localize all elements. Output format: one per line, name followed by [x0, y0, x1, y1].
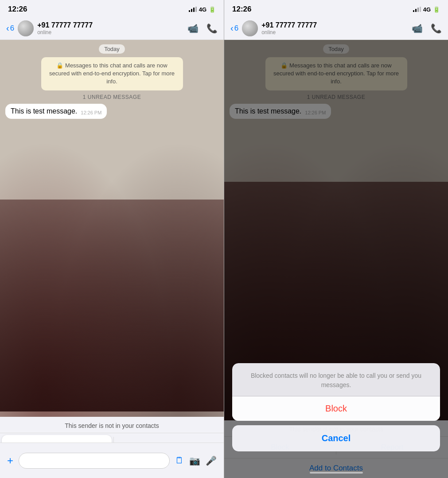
right-contact-avatar — [242, 20, 258, 36]
left-plus-icon[interactable]: + — [7, 454, 13, 467]
left-chat-area: Today 🔒 Messages to this chat and calls … — [0, 40, 224, 478]
left-camera-icon[interactable]: 📷 — [189, 455, 200, 466]
right-back-chevron-icon: ‹ — [230, 23, 234, 33]
left-sender-unknown-text: This sender is not in your contacts — [0, 417, 224, 433]
right-contact-info: +91 77777 77777 online — [261, 21, 408, 35]
left-voice-call-icon[interactable]: 📞 — [206, 23, 218, 34]
right-network-label: 4G — [423, 6, 431, 13]
left-status-bar: 12:26 4G 🔋 — [0, 0, 224, 17]
right-back-button[interactable]: ‹ 6 — [230, 23, 238, 33]
left-video-call-icon[interactable]: 📹 — [187, 23, 199, 34]
right-home-indicator — [310, 472, 363, 474]
left-date-badge: Today — [99, 44, 125, 54]
left-status-time: 12:26 — [8, 5, 27, 14]
right-back-count: 6 — [234, 24, 238, 33]
left-back-chevron-icon: ‹ — [6, 23, 9, 33]
left-contact-status: online — [37, 29, 184, 35]
left-back-count: 6 — [10, 24, 14, 33]
left-header-actions: 📹 📞 — [187, 23, 218, 34]
left-sticker-icon[interactable]: 🗒 — [175, 455, 184, 466]
right-action-sheet-cancel-button[interactable]: Cancel — [232, 425, 440, 451]
left-mic-icon[interactable]: 🎤 — [206, 455, 217, 466]
left-contact-number: +91 77777 77777 — [37, 21, 184, 29]
left-back-button[interactable]: ‹ 6 — [6, 23, 14, 33]
right-header-bar: ‹ 6 +91 77777 77777 online 📹 📞 — [224, 17, 448, 40]
left-contact-avatar — [18, 20, 34, 36]
left-phone-panel: 12:26 4G 🔋 ‹ 6 +91 77777 77777 online 📹 — [0, 0, 224, 478]
right-contact-number: +91 77777 77777 — [261, 21, 408, 29]
right-action-sheet-block-button[interactable]: Block — [232, 396, 440, 421]
right-status-time: 12:26 — [232, 5, 251, 14]
left-encryption-text: 🔒 Messages to this chat and calls are no… — [49, 62, 175, 85]
right-action-sheet-message: Blocked contacts will no longer be able … — [232, 363, 440, 396]
right-phone-panel: 12:26 4G 🔋 ‹ 6 +91 77777 77777 online 📹 — [224, 0, 448, 478]
right-video-call-icon[interactable]: 📹 — [412, 23, 423, 34]
left-status-icons: 4G 🔋 — [189, 6, 216, 13]
left-network-label: 4G — [199, 6, 206, 13]
right-battery-icon: 🔋 — [433, 6, 440, 13]
right-action-sheet-cancel-section: Cancel — [232, 425, 440, 451]
right-header-actions: 📹 📞 — [412, 23, 442, 34]
right-contact-status: online — [261, 29, 408, 35]
left-message-input[interactable] — [19, 453, 170, 469]
left-message-bubble: This is test message. 12:26 PM — [5, 104, 107, 119]
left-input-icons: 🗒 📷 🎤 — [175, 455, 217, 466]
left-bottom-bar: + 🗒 📷 🎤 — [0, 443, 224, 478]
right-action-sheet: Blocked contacts will no longer be able … — [232, 363, 440, 451]
left-encryption-notice[interactable]: 🔒 Messages to this chat and calls are no… — [41, 57, 183, 90]
right-voice-call-icon[interactable]: 📞 — [431, 23, 442, 34]
right-chat-area: Today 🔒 Messages to this chat and calls … — [224, 40, 448, 478]
right-action-sheet-main: Blocked contacts will no longer be able … — [232, 363, 440, 421]
left-message-time: 12:26 PM — [81, 110, 101, 115]
left-header-bar: ‹ 6 +91 77777 77777 online 📹 📞 — [0, 17, 224, 40]
right-status-icons: 4G 🔋 — [413, 6, 440, 13]
right-signal-icon — [413, 7, 421, 12]
left-battery-icon: 🔋 — [209, 6, 216, 13]
left-chat-content: Today 🔒 Messages to this chat and calls … — [0, 40, 224, 123]
left-unread-divider: 1 UNREAD MESSAGE — [83, 94, 141, 100]
left-contact-info: +91 77777 77777 online — [37, 21, 184, 35]
right-status-bar: 12:26 4G 🔋 — [224, 0, 448, 17]
left-signal-icon — [189, 7, 197, 12]
left-message-text: This is test message. — [11, 107, 77, 115]
